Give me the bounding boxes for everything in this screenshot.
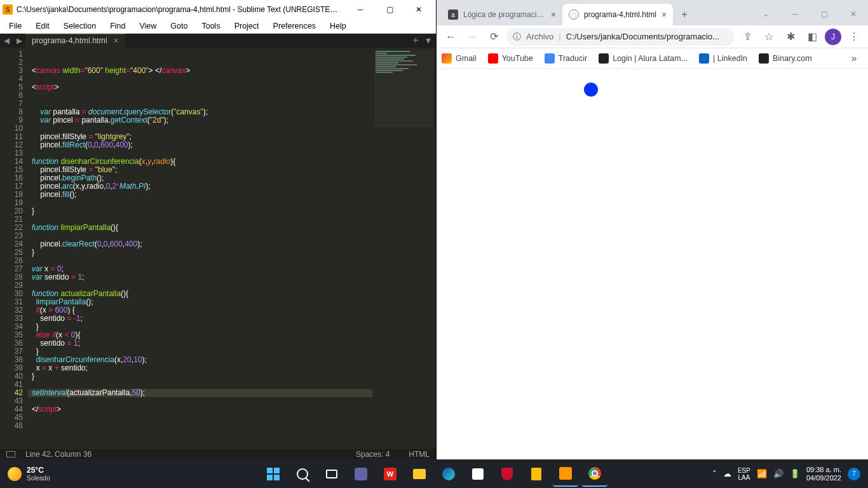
profile-avatar[interactable]: J (825, 29, 841, 45)
canvas-blue-circle (584, 83, 598, 97)
tab-nav-fwd-icon[interactable]: ▶ (13, 34, 25, 48)
sublime-app-icon: S (3, 4, 13, 15)
forward-button[interactable]: → (463, 28, 481, 46)
bookmarks-bar: Gmail YouTube Traducir Login | Alura Lat… (437, 48, 868, 69)
bookmark-binary[interactable]: Binary.com (759, 53, 812, 64)
info-icon: ⓘ (513, 31, 521, 43)
bookmark-alura[interactable]: Login | Alura Latam... (599, 53, 688, 64)
tab-title: programa-4,html.html (584, 10, 656, 19)
tab-row: ◀ ▶ programa-4,html.html × ＋ ▾ (0, 34, 436, 48)
menu-tools[interactable]: Tools (195, 19, 226, 33)
clock[interactable]: 09:38 a. m. 04/09/2022 (806, 466, 841, 482)
chrome-tab-inactive[interactable]: a Lógica de programación p × (442, 4, 562, 25)
teams-icon[interactable] (348, 461, 374, 487)
file-tab-close-icon[interactable]: × (114, 36, 119, 46)
sidebar-toggle-icon[interactable] (6, 451, 15, 458)
keyboard-layout[interactable]: ESP LAA (738, 467, 750, 481)
explorer-icon[interactable] (407, 461, 432, 487)
omnibox-scheme: Archivo (526, 32, 553, 41)
menu-file[interactable]: File (3, 19, 28, 33)
tray-chevron-icon[interactable]: ˄ (712, 469, 717, 478)
linkedin-icon (699, 53, 709, 64)
status-lang[interactable]: HTML (409, 450, 430, 459)
back-button[interactable]: ← (442, 28, 459, 46)
omnibox-path: C:/Users/janka/Documents/programacio... (566, 32, 719, 41)
status-spaces[interactable]: Spaces: 4 (356, 450, 390, 459)
tab-close-icon[interactable]: × (551, 10, 556, 20)
menu-preferences[interactable]: Preferences (267, 19, 322, 33)
editor[interactable]: 1 2 3 4 5 6 7 8 9 10 11 12 13 14 15 16 1… (0, 48, 436, 449)
translate-icon (545, 53, 555, 64)
extensions-icon[interactable]: ✱ (782, 28, 799, 46)
youtube-icon (488, 53, 498, 64)
chrome-tab-active[interactable]: ◌ programa-4,html.html × (562, 4, 673, 25)
maximize-button[interactable]: ▢ (375, 0, 404, 19)
file-favicon-icon: ◌ (569, 10, 579, 20)
file-tab-label: programa-4,html.html (32, 36, 107, 45)
close-button[interactable]: ✕ (404, 0, 433, 19)
tab-dropdown-icon[interactable]: ▾ (426, 34, 431, 46)
alura-icon (599, 53, 609, 64)
sublime-menubar: File Edit Selection Find View Goto Tools… (0, 19, 436, 34)
bookmark-youtube[interactable]: YouTube (488, 53, 533, 64)
file-tab[interactable]: programa-4,html.html × (25, 34, 125, 48)
bookmark-gmail[interactable]: Gmail (442, 53, 477, 64)
menu-goto[interactable]: Goto (164, 19, 194, 33)
menu-project[interactable]: Project (228, 19, 266, 33)
sun-icon (8, 467, 22, 481)
new-tab-icon[interactable]: ＋ (410, 34, 421, 47)
battery-icon[interactable]: 🔋 (790, 469, 800, 478)
chrome-taskbar-icon[interactable] (582, 461, 607, 487)
chrome-close-button[interactable]: ✕ (839, 4, 868, 24)
chrome-dropdown-icon[interactable]: ⌄ (751, 4, 780, 24)
menu-edit[interactable]: Edit (29, 19, 56, 33)
menu-find[interactable]: Find (104, 19, 132, 33)
sublime-taskbar-icon[interactable] (553, 461, 578, 487)
mcafee-icon[interactable] (494, 461, 520, 487)
start-button[interactable] (261, 461, 286, 487)
menu-icon[interactable]: ⋮ (845, 28, 863, 46)
taskview-button[interactable] (319, 461, 344, 487)
onedrive-icon[interactable]: ☁ (723, 469, 731, 478)
sublime-title: C:\Users\janka\Documents\programacion\pr… (17, 5, 342, 14)
share-icon[interactable]: ⇪ (738, 28, 756, 46)
store-icon[interactable] (465, 461, 491, 487)
omnibox[interactable]: ⓘ Archivo | C:/Users/janka/Documents/pro… (506, 28, 735, 46)
taskbar: 25°C Soleado W ˄ ☁ ESP LAA 📶 (0, 459, 868, 488)
menu-selection[interactable]: Selection (57, 19, 102, 33)
notification-badge[interactable]: 7 (848, 468, 860, 480)
tab-nav-back-icon[interactable]: ◀ (0, 34, 13, 48)
page-content (437, 69, 868, 459)
weather-temp: 25°C (27, 466, 50, 475)
chrome-window: a Lógica de programación p × ◌ programa-… (437, 0, 868, 459)
chrome-tabstrip: a Lógica de programación p × ◌ programa-… (437, 0, 868, 25)
sublime-window: S C:\Users\janka\Documents\programacion\… (0, 0, 437, 459)
weather-widget[interactable]: 25°C Soleado (0, 466, 58, 482)
wifi-icon[interactable]: 📶 (757, 469, 767, 478)
search-button[interactable] (290, 461, 315, 487)
bookmark-traducir[interactable]: Traducir (545, 53, 587, 64)
star-icon[interactable]: ☆ (760, 28, 778, 46)
alura-favicon-icon: a (448, 10, 458, 20)
tab-close-icon[interactable]: × (661, 10, 667, 20)
chrome-maximize-button[interactable]: ▢ (810, 4, 839, 24)
notes-icon[interactable] (524, 461, 549, 487)
sublime-titlebar[interactable]: S C:\Users\janka\Documents\programacion\… (0, 0, 436, 19)
weather-desc: Soleado (27, 475, 50, 482)
app-red-icon[interactable]: W (377, 461, 403, 487)
menu-help[interactable]: Help (323, 19, 353, 33)
new-tab-button[interactable]: + (675, 6, 693, 24)
minimap[interactable] (372, 48, 436, 449)
edge-icon[interactable] (436, 461, 461, 487)
volume-icon[interactable]: 🔊 (773, 469, 783, 478)
menu-view[interactable]: View (133, 19, 163, 33)
tab-title: Lógica de programación p (463, 10, 546, 19)
code-area[interactable]: <canvas width="600" height="400"> </canv… (28, 48, 372, 449)
bookmark-linkedin[interactable]: | LinkedIn (699, 53, 747, 64)
minimize-button[interactable]: ─ (346, 0, 375, 19)
bookmarks-overflow-icon[interactable]: » (845, 50, 863, 67)
chrome-minimize-button[interactable]: ─ (780, 4, 810, 24)
reload-button[interactable]: ⟳ (485, 28, 503, 46)
statusbar: Line 42, Column 36 Spaces: 4 HTML (0, 449, 436, 459)
sidepanel-icon[interactable]: ◧ (803, 28, 821, 46)
